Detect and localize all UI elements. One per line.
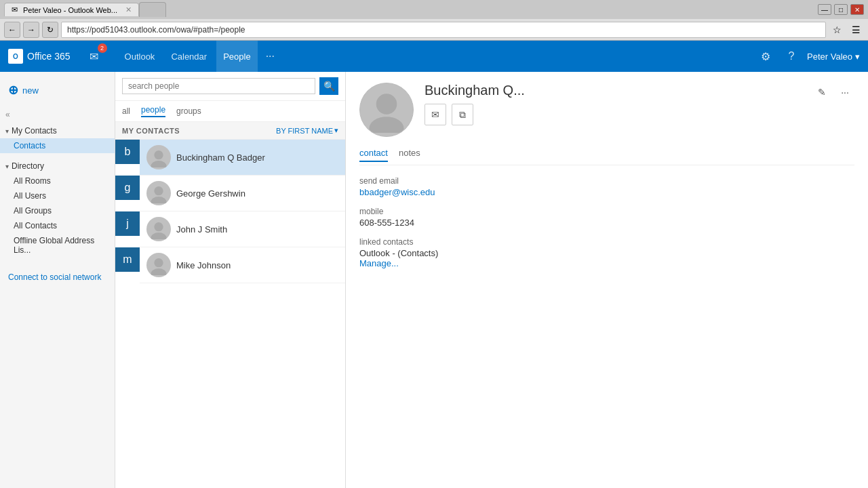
address-text: https://pod51043.outlook.com/owa/#path=/… — [67, 25, 820, 35]
mobile-label: mobile — [359, 207, 854, 216]
sidebar-item-all-users[interactable]: All Users — [0, 188, 115, 203]
letter-contacts-j: John J Smith — [140, 211, 345, 247]
detail-header: Buckingham Q... ✉ ⧉ ✎ ··· — [359, 83, 854, 137]
address-bar[interactable]: https://pod51043.outlook.com/owa/#path=/… — [61, 22, 826, 38]
my-contacts-label: My Contacts — [12, 126, 57, 136]
contact-list: b Buckingham Q Badger — [115, 140, 345, 488]
sort-label: BY FIRST NAME — [276, 127, 333, 135]
detail-panel: Buckingham Q... ✉ ⧉ ✎ ··· contact notes … — [346, 72, 868, 488]
avatar — [146, 253, 171, 277]
letter-group-m: m Mike Johnson — [115, 247, 345, 283]
sort-button[interactable]: BY FIRST NAME ▾ — [276, 126, 338, 135]
inactive-browser-tab[interactable] — [139, 2, 166, 17]
settings-icon[interactable]: ⚙ — [755, 46, 776, 66]
tab-all[interactable]: all — [122, 106, 130, 116]
manage-link[interactable]: Manage... — [359, 258, 399, 268]
my-contacts-section: ▾ My Contacts Contacts — [0, 123, 115, 153]
people-area: 🔍 all people groups MY CONTACTS BY FIRST… — [115, 72, 346, 488]
tab-notes[interactable]: notes — [399, 148, 420, 162]
contact-name: John J Smith — [176, 224, 227, 235]
office365-logo[interactable]: O Office 365 — [8, 49, 71, 64]
new-icon: ⊕ — [8, 83, 18, 98]
send-email-field: send email bbadger@wisc.edu — [359, 176, 854, 197]
sidebar-item-all-rooms[interactable]: All Rooms — [0, 174, 115, 188]
user-name-text: Peter Valeo — [807, 52, 852, 62]
contact-item[interactable]: Buckingham Q Badger — [140, 140, 345, 176]
contact-item[interactable]: George Gershwin — [140, 176, 345, 211]
svg-point-6 — [154, 258, 163, 267]
mail-badge: 2 — [98, 43, 107, 53]
header-nav: Outlook Calendar People ··· — [118, 41, 280, 72]
svg-point-5 — [151, 232, 166, 239]
tab-people[interactable]: people — [141, 105, 165, 117]
search-button[interactable]: 🔍 — [319, 77, 338, 95]
connect-social-network[interactable]: Connect to social network — [0, 264, 115, 290]
send-email-label: send email — [359, 176, 854, 186]
back-button[interactable]: ← — [4, 22, 20, 38]
minimize-button[interactable]: — — [818, 4, 831, 15]
search-input[interactable] — [122, 78, 315, 94]
sidebar-item-all-groups[interactable]: All Groups — [0, 203, 115, 218]
my-contacts-header[interactable]: ▾ My Contacts — [0, 123, 115, 138]
more-options-button[interactable]: ··· — [835, 83, 854, 102]
new-label: new — [22, 85, 39, 96]
refresh-button[interactable]: ↻ — [42, 22, 58, 38]
sidebar-collapse-button[interactable]: « — [0, 108, 115, 121]
email-link[interactable]: bbadger@wisc.edu — [359, 187, 435, 197]
tab-contact[interactable]: contact — [359, 148, 388, 162]
tab-close-icon[interactable]: ✕ — [125, 5, 132, 14]
contact-name: Mike Johnson — [176, 260, 231, 270]
directory-header[interactable]: ▾ Directory — [0, 159, 115, 174]
nav-calendar[interactable]: Calendar — [164, 41, 214, 72]
nav-people[interactable]: People — [216, 41, 257, 72]
svg-point-3 — [151, 197, 166, 203]
contact-name: Buckingham Q Badger — [176, 152, 265, 163]
office365-label: Office 365 — [27, 51, 71, 62]
nav-outlook[interactable]: Outlook — [118, 41, 162, 72]
directory-section: ▾ Directory All Rooms All Users All Grou… — [0, 159, 115, 258]
directory-label: Directory — [12, 161, 44, 171]
letter-badge-b: b — [115, 140, 140, 164]
svg-point-8 — [376, 94, 397, 115]
maximize-button[interactable]: □ — [834, 4, 848, 15]
svg-point-0 — [154, 150, 163, 159]
contacts-header: MY CONTACTS BY FIRST NAME ▾ — [115, 122, 345, 140]
sidebar-item-offline-gal[interactable]: Offline Global Address Lis... — [0, 233, 115, 258]
forward-button[interactable]: → — [23, 22, 39, 38]
copy-button[interactable]: ⧉ — [452, 104, 473, 125]
sidebar-item-all-contacts[interactable]: All Contacts — [0, 218, 115, 233]
contact-item[interactable]: John J Smith — [140, 211, 345, 247]
letter-badge-g: g — [115, 176, 140, 200]
detail-avatar — [359, 83, 414, 137]
close-button[interactable]: ✕ — [850, 4, 864, 15]
browser-menu-icon[interactable]: ☰ — [848, 22, 864, 38]
sidebar: ⊕ new « ▾ My Contacts Contacts ▾ Directo… — [0, 72, 115, 488]
user-menu[interactable]: Peter Valeo ▾ — [807, 52, 860, 62]
svg-point-7 — [151, 268, 166, 275]
office365-icon: O — [8, 49, 23, 64]
detail-tabs: contact notes — [359, 148, 854, 165]
letter-contacts-m: Mike Johnson — [140, 247, 345, 283]
tab-groups[interactable]: groups — [176, 106, 201, 116]
tab-favicon: ✉ — [12, 5, 18, 14]
svg-point-9 — [370, 117, 404, 133]
sidebar-item-contacts[interactable]: Contacts — [0, 138, 115, 153]
active-browser-tab[interactable]: ✉ Peter Valeo - Outlook Web... ✕ — [4, 3, 139, 16]
main-content: ⊕ new « ▾ My Contacts Contacts ▾ Directo… — [0, 72, 868, 488]
edit-button[interactable]: ✎ — [812, 83, 831, 102]
contact-item[interactable]: Mike Johnson — [140, 247, 345, 283]
mail-icon[interactable]: ✉ 2 — [84, 46, 104, 66]
new-contact-button[interactable]: ⊕ new — [0, 79, 115, 102]
search-area: 🔍 — [115, 72, 345, 101]
svg-point-4 — [154, 222, 163, 231]
nav-more[interactable]: ··· — [260, 41, 280, 72]
tab-title: Peter Valeo - Outlook Web... — [23, 6, 117, 14]
detail-name: Buckingham Q... — [425, 83, 802, 98]
avatar — [146, 145, 171, 169]
send-email-button[interactable]: ✉ — [425, 104, 446, 125]
svg-point-1 — [151, 161, 166, 167]
app-header: O Office 365 ✉ 2 Outlook Calendar People… — [0, 41, 868, 72]
help-icon[interactable]: ? — [781, 46, 802, 66]
favorites-icon[interactable]: ☆ — [829, 22, 845, 38]
directory-arrow-icon: ▾ — [5, 163, 9, 170]
